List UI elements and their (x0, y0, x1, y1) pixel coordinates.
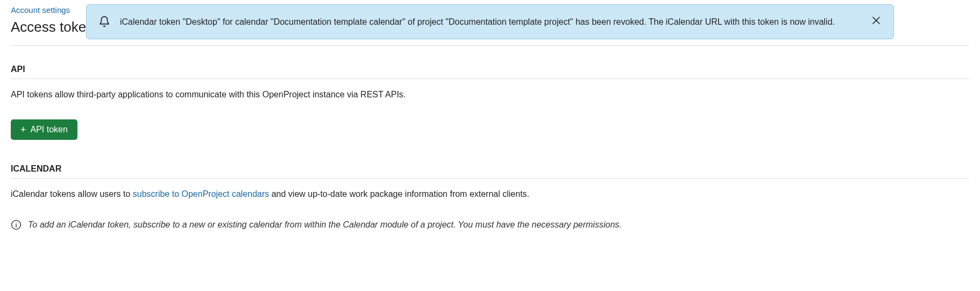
add-api-token-button[interactable]: + API token (11, 119, 77, 140)
icalendar-info-text: To add an iCalendar token, subscribe to … (28, 220, 622, 230)
bell-icon (98, 16, 110, 27)
notification-toast: iCalendar token "Desktop" for calendar "… (86, 4, 894, 39)
info-icon (11, 219, 22, 230)
section-heading-icalendar: ICALENDAR (11, 164, 969, 179)
svg-point-4 (16, 222, 17, 223)
section-heading-api: API (11, 65, 969, 79)
close-icon (872, 17, 880, 26)
toast-message: iCalendar token "Desktop" for calendar "… (120, 15, 861, 29)
plus-icon: + (20, 125, 26, 134)
api-token-button-label: API token (31, 125, 68, 134)
icalendar-info-row: To add an iCalendar token, subscribe to … (11, 219, 969, 230)
icalendar-desc-post: and view up-to-date work package informa… (269, 189, 529, 198)
api-description: API tokens allow third-party application… (11, 89, 969, 101)
icalendar-desc-pre: iCalendar tokens allow users to (11, 189, 133, 198)
toast-close-button[interactable] (871, 16, 882, 26)
breadcrumb-link[interactable]: Account settings (11, 5, 70, 15)
subscribe-calendars-link[interactable]: subscribe to OpenProject calendars (133, 189, 269, 198)
icalendar-description: iCalendar tokens allow users to subscrib… (11, 188, 969, 200)
